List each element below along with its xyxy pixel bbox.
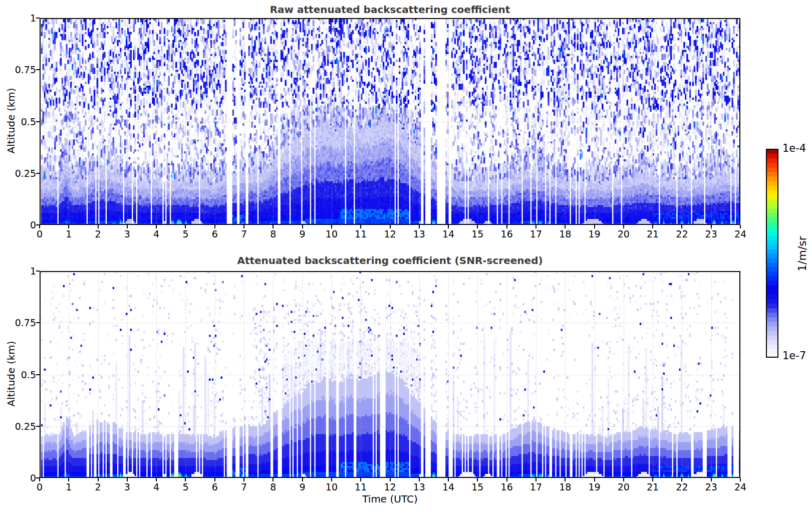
y-tick <box>36 224 40 225</box>
y-tick-label: 0.75 <box>12 64 36 75</box>
x-tick-label: 12 <box>384 481 396 492</box>
x-tick-label: 4 <box>153 228 159 239</box>
colorbar <box>766 149 778 358</box>
x-tick-label: 13 <box>413 481 425 492</box>
heatmap-canvas-raw <box>40 18 740 225</box>
x-tick-label: 1 <box>66 228 72 239</box>
x-tick <box>448 478 449 481</box>
y-tick <box>36 322 40 323</box>
y-tick-label: 0.25 <box>12 168 36 179</box>
x-tick <box>681 225 682 228</box>
x-tick <box>565 478 566 481</box>
x-tick <box>390 478 391 481</box>
x-tick-label: 24 <box>734 228 746 239</box>
x-tick <box>448 225 449 228</box>
y-tick-label: 1 <box>12 266 36 277</box>
y-tick <box>36 374 40 375</box>
x-tick-label: 7 <box>241 481 247 492</box>
colorbar-min-label: 1e-7 <box>782 350 806 362</box>
x-tick-label: 13 <box>413 228 425 239</box>
x-tick <box>535 225 536 228</box>
x-tick <box>68 478 69 481</box>
x-tick <box>68 225 69 228</box>
x-tick-label: 3 <box>124 228 130 239</box>
x-tick-label: 4 <box>153 481 159 492</box>
x-tick-label: 12 <box>384 228 396 239</box>
y-tick-label: 0 <box>12 472 36 483</box>
x-tick <box>39 225 40 228</box>
y-tick-label: 0 <box>12 219 36 230</box>
y-tick <box>36 426 40 427</box>
x-tick <box>740 478 741 481</box>
x-tick <box>565 225 566 228</box>
x-tick-label: 18 <box>559 481 571 492</box>
x-tick-label: 21 <box>647 481 659 492</box>
x-tick-label: 7 <box>241 228 247 239</box>
x-tick-label: 0 <box>37 481 43 492</box>
x-tick-label: 5 <box>182 481 188 492</box>
y-tick <box>36 477 40 478</box>
x-tick <box>594 478 595 481</box>
y-tick <box>36 271 40 272</box>
x-tick <box>711 478 712 481</box>
colorbar-unit-label: 1/m/sr <box>796 214 808 294</box>
x-tick <box>652 478 653 481</box>
y-tick <box>36 173 40 174</box>
x-tick-label: 11 <box>355 228 367 239</box>
x-tick <box>506 225 507 228</box>
x-tick-label: 19 <box>588 481 600 492</box>
panel-title-screened: Attenuated backscattering coefficient (S… <box>40 254 740 267</box>
y-tick-label: 1 <box>12 13 36 24</box>
colorbar-max-label: 1e-4 <box>782 142 806 154</box>
x-tick-label: 1 <box>66 481 72 492</box>
x-tick-label: 8 <box>270 481 276 492</box>
x-tick-label: 20 <box>618 228 630 239</box>
x-tick <box>98 225 99 228</box>
x-tick-label: 5 <box>182 228 188 239</box>
x-tick-label: 14 <box>442 481 454 492</box>
x-tick <box>477 478 478 481</box>
x-tick-label: 22 <box>676 228 688 239</box>
x-tick-label: 10 <box>326 481 338 492</box>
x-tick <box>390 225 391 228</box>
x-tick <box>623 225 624 228</box>
x-tick-label: 3 <box>124 481 130 492</box>
heatmap-canvas-screened <box>40 271 740 478</box>
x-tick-label: 20 <box>618 481 630 492</box>
x-tick <box>302 478 303 481</box>
x-tick-label: 14 <box>442 228 454 239</box>
x-tick-label: 16 <box>501 228 513 239</box>
x-tick-label: 0 <box>37 228 43 239</box>
y-tick-label: 0.75 <box>12 317 36 328</box>
x-tick-label: 9 <box>300 228 306 239</box>
x-tick <box>535 478 536 481</box>
x-tick <box>360 225 361 228</box>
x-tick-label: 18 <box>559 228 571 239</box>
x-tick-label: 2 <box>95 481 101 492</box>
x-tick-label: 6 <box>212 481 218 492</box>
x-tick-label: 9 <box>300 481 306 492</box>
x-tick-label: 22 <box>676 481 688 492</box>
x-tick <box>214 478 215 481</box>
x-tick-label: 23 <box>705 481 717 492</box>
x-tick-label: 6 <box>212 228 218 239</box>
x-tick <box>331 478 332 481</box>
x-tick <box>331 225 332 228</box>
x-tick-label: 8 <box>270 228 276 239</box>
x-tick <box>740 225 741 228</box>
x-tick <box>273 225 274 228</box>
x-tick-label: 15 <box>471 481 483 492</box>
x-tick-label: 21 <box>647 228 659 239</box>
x-tick <box>681 478 682 481</box>
y-tick <box>36 69 40 70</box>
y-tick <box>36 18 40 19</box>
x-tick <box>156 478 157 481</box>
figure: Raw attenuated backscattering coefficien… <box>0 0 812 511</box>
x-tick <box>652 225 653 228</box>
x-tick-label: 24 <box>734 481 746 492</box>
x-tick-label: 11 <box>355 481 367 492</box>
x-tick-label: 10 <box>326 228 338 239</box>
x-tick <box>156 225 157 228</box>
y-tick-label: 0.25 <box>12 421 36 432</box>
x-tick <box>623 478 624 481</box>
